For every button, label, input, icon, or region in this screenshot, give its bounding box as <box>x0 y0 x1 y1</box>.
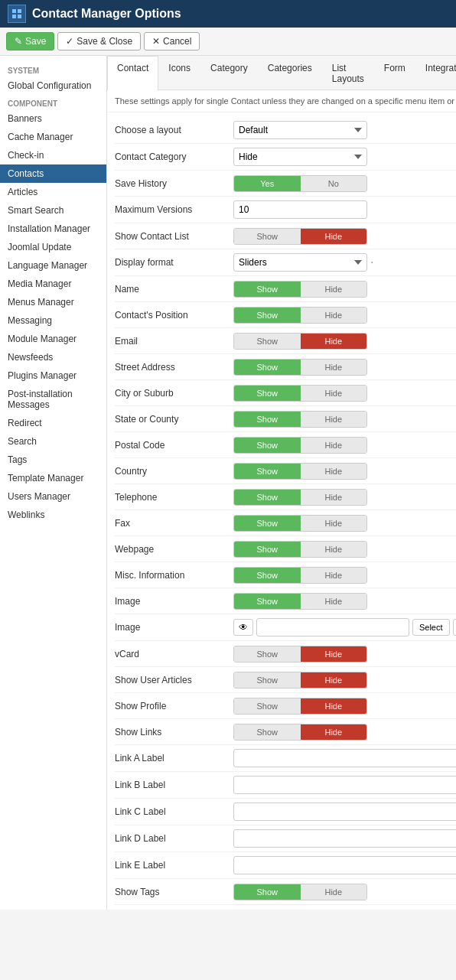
sidebar-item-banners[interactable]: Banners <box>0 109 106 128</box>
display-format-row: Display format Sliders Tabs Plain · <box>115 249 456 276</box>
city-suburb-row: City or Suburb Show Hide <box>115 380 456 406</box>
vcard-row: vCard Show Hide <box>115 641 456 667</box>
telephone-hide-button[interactable]: Hide <box>301 490 367 505</box>
save-history-no-button[interactable]: No <box>301 176 367 191</box>
sidebar-item-weblinks[interactable]: Weblinks <box>0 506 106 524</box>
show-links-show-button[interactable]: Show <box>234 724 301 740</box>
vcard-show-button[interactable]: Show <box>234 646 301 662</box>
street-address-show-button[interactable]: Show <box>234 360 301 375</box>
show-tags-hide-button[interactable]: Hide <box>301 884 367 900</box>
tab-icons[interactable]: Icons <box>158 56 200 90</box>
country-hide-button[interactable]: Hide <box>301 464 367 479</box>
sidebar-item-installation-manager[interactable]: Installation Manager <box>0 220 106 238</box>
image-file-row: Image 👁 Select ✕ <box>115 614 456 641</box>
fax-hide-button[interactable]: Hide <box>301 516 367 531</box>
sidebar-item-cache-manager[interactable]: Cache Manager <box>0 128 106 146</box>
show-profile-show-button[interactable]: Show <box>234 698 301 714</box>
link-c-input[interactable] <box>233 803 456 821</box>
sidebar-item-module-manager[interactable]: Module Manager <box>0 330 106 348</box>
display-format-select[interactable]: Sliders Tabs Plain <box>233 253 367 272</box>
choose-layout-select[interactable]: Default <box>233 121 367 139</box>
tab-contact[interactable]: Contact <box>107 56 158 90</box>
show-contact-list-hide-button[interactable]: Hide <box>301 229 367 244</box>
country-show-button[interactable]: Show <box>234 464 301 479</box>
sidebar-item-language-manager[interactable]: Language Manager <box>0 256 106 275</box>
webpage-hide-button[interactable]: Hide <box>301 542 367 557</box>
email-hide-button[interactable]: Hide <box>301 334 367 349</box>
link-b-input[interactable] <box>233 776 456 794</box>
sidebar-item-search[interactable]: Search <box>0 432 106 451</box>
state-county-show-button[interactable]: Show <box>234 412 301 427</box>
sidebar-item-menus-manager[interactable]: Menus Manager <box>0 293 106 311</box>
sidebar-item-articles[interactable]: Articles <box>0 183 106 201</box>
sidebar-item-contacts[interactable]: Contacts <box>0 164 106 183</box>
name-show-button[interactable]: Show <box>234 282 301 297</box>
postal-code-show-button[interactable]: Show <box>234 438 301 453</box>
image-select-button[interactable]: Select <box>412 619 450 636</box>
contact-category-control: Hide Show <box>233 148 456 166</box>
show-links-hide-button[interactable]: Hide <box>301 724 367 740</box>
save-close-button[interactable]: ✓ Save & Close <box>57 32 141 50</box>
sidebar-item-users-manager[interactable]: Users Manager <box>0 487 106 506</box>
state-county-hide-button[interactable]: Hide <box>301 412 367 427</box>
tab-integration[interactable]: Integration <box>415 56 456 90</box>
city-suburb-toggle: Show Hide <box>233 385 367 402</box>
sidebar-item-redirect[interactable]: Redirect <box>0 414 106 432</box>
image-hide-button[interactable]: Hide <box>301 594 367 609</box>
cancel-button[interactable]: ✕ Cancel <box>144 32 200 50</box>
link-d-control <box>233 829 456 848</box>
webpage-show-button[interactable]: Show <box>234 542 301 557</box>
app-icon <box>8 5 26 23</box>
save-button[interactable]: ✎ Save <box>6 32 54 50</box>
name-hide-button[interactable]: Hide <box>301 282 367 297</box>
postal-code-hide-button[interactable]: Hide <box>301 438 367 453</box>
image-show-button[interactable]: Show <box>234 594 301 609</box>
misc-info-hide-button[interactable]: Hide <box>301 568 367 583</box>
sidebar-item-post-installation[interactable]: Post-installation Messages <box>0 385 106 414</box>
save-history-yes-button[interactable]: Yes <box>234 176 301 191</box>
city-suburb-show-button[interactable]: Show <box>234 386 301 401</box>
vcard-hide-button[interactable]: Hide <box>301 646 367 662</box>
misc-info-show-button[interactable]: Show <box>234 568 301 583</box>
sidebar-item-plugins-manager[interactable]: Plugins Manager <box>0 366 106 385</box>
tab-category[interactable]: Category <box>200 56 258 90</box>
sidebar-item-messaging[interactable]: Messaging <box>0 311 106 330</box>
contacts-position-hide-button[interactable]: Hide <box>301 308 367 323</box>
email-row: Email Show Hide <box>115 328 456 354</box>
show-user-articles-hide-button[interactable]: Hide <box>301 672 367 688</box>
image-toggle-control: Show Hide <box>233 593 456 610</box>
link-d-input[interactable] <box>233 829 456 848</box>
show-contact-list-show-button[interactable]: Show <box>234 229 301 244</box>
image-preview-button[interactable]: 👁 <box>233 619 253 636</box>
maximum-versions-input[interactable] <box>233 200 367 219</box>
email-show-button[interactable]: Show <box>234 334 301 349</box>
tab-categories[interactable]: Categories <box>258 56 322 90</box>
sidebar-item-template-manager[interactable]: Template Manager <box>0 469 106 487</box>
image-clear-button[interactable]: ✕ <box>453 619 456 636</box>
sidebar-item-tags[interactable]: Tags <box>0 451 106 469</box>
tab-list-layouts[interactable]: List Layouts <box>322 56 374 90</box>
link-a-input[interactable] <box>233 749 456 767</box>
show-user-articles-show-button[interactable]: Show <box>234 672 301 688</box>
show-links-row: Show Links Show Hide <box>115 719 456 745</box>
contact-category-select[interactable]: Hide Show <box>233 148 367 166</box>
fax-show-button[interactable]: Show <box>234 516 301 531</box>
sidebar-item-media-manager[interactable]: Media Manager <box>0 275 106 293</box>
street-address-toggle: Show Hide <box>233 359 367 376</box>
city-suburb-hide-button[interactable]: Hide <box>301 386 367 401</box>
tab-form[interactable]: Form <box>374 56 415 90</box>
street-address-hide-button[interactable]: Hide <box>301 360 367 375</box>
show-tags-show-button[interactable]: Show <box>234 884 301 900</box>
sidebar-item-joomla-update[interactable]: Joomlal Update <box>0 238 106 256</box>
image-path-input[interactable] <box>256 618 409 637</box>
link-e-input[interactable] <box>233 856 456 874</box>
sidebar-item-global-configuration[interactable]: Global Configuration <box>0 77 106 95</box>
show-profile-hide-button[interactable]: Hide <box>301 698 367 714</box>
telephone-show-button[interactable]: Show <box>234 490 301 505</box>
contacts-position-show-button[interactable]: Show <box>234 308 301 323</box>
maximum-versions-label: Maximum Versions <box>115 204 233 215</box>
sidebar-item-smart-search[interactable]: Smart Search <box>0 201 106 220</box>
sidebar-item-newsfeeds[interactable]: Newsfeeds <box>0 348 106 366</box>
sidebar-item-check-in[interactable]: Check-in <box>0 146 106 164</box>
street-address-control: Show Hide <box>233 359 456 376</box>
